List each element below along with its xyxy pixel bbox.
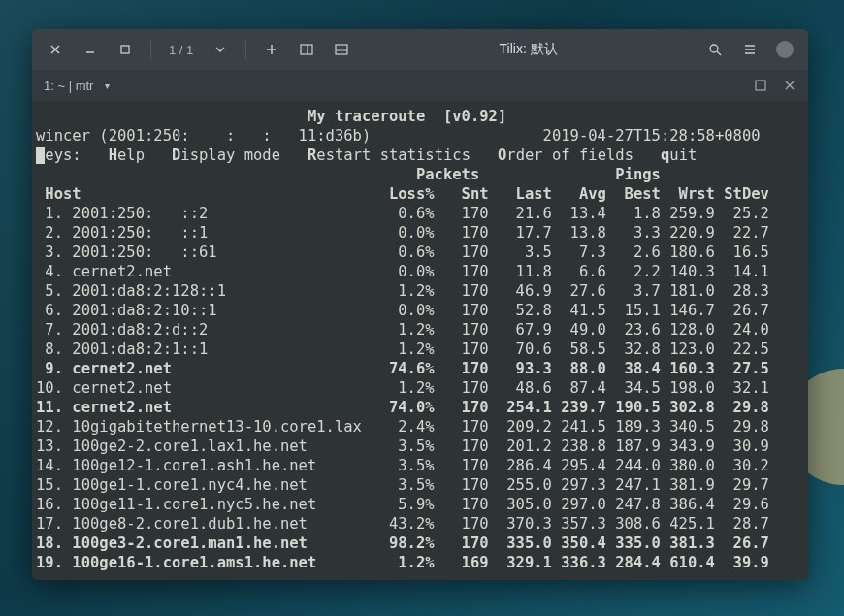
maximize-button[interactable]: [110, 34, 141, 65]
minimize-button[interactable]: [75, 34, 106, 65]
terminal-tab[interactable]: 1: ~ | mtr ▾: [40, 79, 110, 93]
mtr-hop-row: 19. 100ge16-1.core1.ams1.he.net 1.2% 169…: [36, 553, 804, 572]
tab-label: 1: ~ | mtr: [40, 79, 97, 93]
mtr-hop-row: 13. 100ge2-2.core1.lax1.he.net 3.5% 170 …: [36, 437, 804, 456]
mtr-hop-row: 2. 2001:250: ::1 0.0% 170 17.7 13.8 3.3 …: [36, 223, 804, 243]
mtr-hop-row: 10. cernet2.net 1.2% 170 48.6 87.4 34.5 …: [36, 378, 804, 398]
mtr-hop-row: 17. 100ge8-2.core1.dub1.he.net 43.2% 170…: [36, 514, 804, 534]
mtr-columns: Host Loss% Snt Last Avg Best Wrst StDev: [36, 184, 804, 204]
window-title: Tilix: 默认: [357, 41, 699, 58]
svg-rect-2: [336, 45, 347, 54]
mtr-hop-row: 7. 2001:da8:2:d::2 1.2% 170 67.9 49.0 23…: [36, 320, 804, 340]
close-button[interactable]: [40, 34, 71, 65]
svg-rect-1: [301, 45, 312, 54]
mtr-title: My traceroute [v0.92]: [36, 107, 804, 126]
titlebar: 1 / 1 Tilix: 默认: [32, 29, 808, 70]
mtr-menu: Keys: Help Display mode Restart statisti…: [36, 146, 804, 165]
mtr-hostline: wincer (2001:250: : : 11:d36b) 2019-04-2…: [36, 126, 804, 146]
tabbar: 1: ~ | mtr ▾: [32, 70, 808, 101]
mtr-hop-row: 4. cernet2.net 0.0% 170 11.8 6.6 2.2 140…: [36, 262, 804, 281]
search-button[interactable]: [699, 34, 730, 65]
mtr-hop-row: 9. cernet2.net 74.6% 170 93.3 88.0 38.4 …: [36, 359, 804, 378]
page-dropdown-icon[interactable]: [205, 34, 236, 65]
tab-maximize-button[interactable]: [750, 75, 771, 96]
page-indicator[interactable]: 1 / 1: [161, 43, 201, 57]
svg-rect-4: [756, 81, 765, 90]
tab-close-button[interactable]: [779, 75, 800, 96]
mtr-hop-row: 15. 100ge1-1.core1.nyc4.he.net 3.5% 170 …: [36, 475, 804, 495]
tilix-window: 1 / 1 Tilix: 默认: [32, 29, 808, 580]
split-right-button[interactable]: [291, 34, 322, 65]
mtr-hop-row: 16. 100ge11-1.core1.nyc5.he.net 5.9% 170…: [36, 495, 804, 514]
mtr-hop-row: 12. 10gigabitethernet13-10.core1.lax 2.4…: [36, 417, 804, 437]
mtr-hop-row: 11. cernet2.net 74.0% 170 254.1 239.7 19…: [36, 398, 804, 417]
mtr-sections: Packets Pings: [36, 165, 804, 184]
mtr-hop-row: 18. 100ge3-2.core1.man1.he.net 98.2% 170…: [36, 534, 804, 553]
mtr-hop-row: 1. 2001:250: ::2 0.6% 170 21.6 13.4 1.8 …: [36, 204, 804, 223]
mtr-hop-row: 3. 2001:250: ::61 0.6% 170 3.5 7.3 2.6 1…: [36, 243, 804, 262]
mtr-hop-row: 5. 2001:da8:2:128::1 1.2% 170 46.9 27.6 …: [36, 281, 804, 301]
mtr-hop-row: 14. 100ge12-1.core1.ash1.he.net 3.5% 170…: [36, 456, 804, 475]
mtr-hop-row: 6. 2001:da8:2:10::1 0.0% 170 52.8 41.5 1…: [36, 301, 804, 320]
svg-rect-0: [121, 46, 129, 53]
menu-button[interactable]: [734, 34, 765, 65]
add-tab-button[interactable]: [256, 34, 287, 65]
terminal-output[interactable]: My traceroute [v0.92]wincer (2001:250: :…: [32, 101, 808, 578]
svg-point-3: [710, 45, 718, 52]
tab-dropdown-icon[interactable]: ▾: [105, 81, 110, 91]
split-down-button[interactable]: [326, 34, 357, 65]
mtr-hop-row: 8. 2001:da8:2:1::1 1.2% 170 70.6 58.5 32…: [36, 340, 804, 359]
profile-badge[interactable]: [769, 34, 800, 65]
